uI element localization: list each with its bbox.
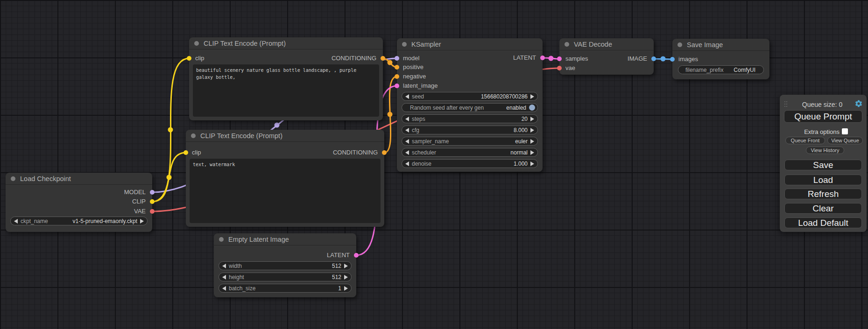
extra-options-checkbox[interactable]	[842, 128, 848, 134]
clip-input-port[interactable]	[187, 56, 191, 61]
node-load-checkpoint[interactable]: Load Checkpoint MODEL CLIP VAE ckpt_name…	[6, 173, 152, 232]
graph-canvas[interactable]: Load Checkpoint MODEL CLIP VAE ckpt_name…	[0, 0, 868, 329]
widget-label: height	[229, 274, 244, 280]
decrement-arrow-icon[interactable]	[405, 117, 409, 121]
filename-prefix-widget[interactable]: filename_prefix ComfyUI	[678, 65, 764, 74]
widget-label: cfg	[412, 127, 419, 133]
node-save-image[interactable]: Save Image images filename_prefix ComfyU…	[672, 39, 769, 79]
collapse-dot-icon[interactable]	[11, 176, 15, 181]
positive-input-port[interactable]	[395, 65, 399, 70]
decrement-arrow-icon[interactable]	[222, 275, 226, 280]
load-button[interactable]: Load	[784, 175, 862, 185]
refresh-button[interactable]: Refresh	[784, 189, 862, 199]
height-widget[interactable]: height 512	[219, 273, 352, 281]
samples-input-port[interactable]	[557, 56, 562, 61]
decrement-arrow-icon[interactable]	[405, 94, 409, 99]
node-title-bar[interactable]: Load Checkpoint	[6, 173, 152, 185]
cfg-widget[interactable]: cfg 8.000	[402, 126, 538, 134]
collapse-dot-icon[interactable]	[194, 41, 199, 46]
vae-output-port[interactable]	[150, 209, 155, 214]
widget-value: ComfyUI	[734, 67, 755, 73]
output-label-latent: LATENT	[513, 55, 536, 61]
collapse-dot-icon[interactable]	[677, 42, 682, 47]
collapse-dot-icon[interactable]	[402, 42, 407, 47]
drag-handle-icon[interactable]	[784, 101, 788, 108]
increment-arrow-icon[interactable]	[530, 128, 534, 133]
node-title-bar[interactable]: CLIP Text Encode (Prompt)	[186, 130, 384, 142]
prompt-text-area[interactable]: beautiful scenery nature glass bottle la…	[193, 64, 379, 117]
settings-gear-icon[interactable]	[854, 99, 863, 108]
images-input-port[interactable]	[670, 57, 675, 62]
node-title-bar[interactable]: Save Image	[672, 39, 769, 51]
decrement-arrow-icon[interactable]	[405, 128, 409, 133]
input-label-model: model	[403, 55, 419, 62]
widget-label: seed	[412, 93, 424, 100]
node-title-bar[interactable]: CLIP Text Encode (Prompt)	[189, 37, 383, 49]
view-history-button[interactable]: View History	[806, 147, 844, 154]
increment-arrow-icon[interactable]	[530, 117, 534, 121]
increment-arrow-icon[interactable]	[530, 150, 534, 155]
increment-arrow-icon[interactable]	[530, 94, 534, 99]
node-clip-text-encode-positive[interactable]: CLIP Text Encode (Prompt) clip CONDITION…	[189, 37, 383, 120]
node-empty-latent-image[interactable]: Empty Latent Image LATENT width 512 heig…	[214, 233, 356, 297]
random-seed-toggle-widget[interactable]: Random seed after every gen enabled	[402, 103, 538, 112]
save-button[interactable]: Save	[784, 160, 862, 170]
clip-input-port[interactable]	[183, 150, 188, 155]
latent-output-port[interactable]	[354, 253, 359, 258]
decrement-arrow-icon[interactable]	[405, 150, 409, 155]
widget-value: 8.000	[514, 127, 528, 133]
node-vae-decode[interactable]: VAE Decode samples vae IMAGE	[559, 38, 654, 75]
node-title-bar[interactable]: KSampler	[397, 38, 543, 50]
collapse-dot-icon[interactable]	[565, 42, 569, 47]
increment-arrow-icon[interactable]	[344, 264, 348, 268]
collapse-dot-icon[interactable]	[191, 133, 196, 138]
input-label-samples: samples	[565, 56, 588, 62]
decrement-arrow-icon[interactable]	[14, 219, 18, 224]
queue-front-button[interactable]: Queue Front	[785, 137, 825, 144]
node-clip-text-encode-negative[interactable]: CLIP Text Encode (Prompt) clip CONDITION…	[186, 130, 384, 227]
conditioning-output-port[interactable]	[382, 150, 387, 155]
vae-input-port[interactable]	[557, 66, 562, 70]
model-input-port[interactable]	[395, 56, 399, 61]
seed-widget[interactable]: seed 156680208700286	[402, 92, 538, 101]
collapse-dot-icon[interactable]	[219, 237, 224, 242]
decrement-arrow-icon[interactable]	[405, 139, 409, 144]
load-default-button[interactable]: Load Default	[784, 217, 862, 228]
latent-output-port[interactable]	[540, 56, 545, 60]
view-queue-button[interactable]: View Queue	[827, 137, 863, 144]
clip-output-port[interactable]	[150, 199, 155, 204]
increment-arrow-icon[interactable]	[530, 139, 534, 144]
node-title: VAE Decode	[574, 41, 612, 48]
widget-label: batch_size	[229, 285, 255, 292]
conditioning-output-port[interactable]	[381, 56, 385, 61]
node-title: CLIP Text Encode (Prompt)	[204, 40, 286, 47]
image-output-port[interactable]	[651, 56, 656, 61]
toggle-dot-icon[interactable]	[529, 105, 535, 111]
width-widget[interactable]: width 512	[219, 261, 352, 270]
ckpt-name-widget[interactable]: ckpt_name v1-5-pruned-emaonly.ckpt	[10, 217, 148, 225]
denoise-widget[interactable]: denoise 1.000	[402, 159, 538, 168]
increment-arrow-icon[interactable]	[140, 219, 144, 224]
clear-button[interactable]: Clear	[784, 203, 862, 214]
node-title-bar[interactable]: Empty Latent Image	[214, 233, 356, 245]
widget-value: 1.000	[514, 161, 528, 167]
queue-prompt-button[interactable]: Queue Prompt	[784, 110, 862, 123]
model-output-port[interactable]	[150, 190, 155, 195]
widget-value: 20	[522, 116, 528, 122]
batch-size-widget[interactable]: batch_size 1	[219, 284, 352, 293]
decrement-arrow-icon[interactable]	[222, 286, 226, 291]
node-title-bar[interactable]: VAE Decode	[559, 38, 654, 50]
latent-image-input-port[interactable]	[395, 84, 399, 88]
decrement-arrow-icon[interactable]	[222, 264, 226, 268]
node-ksampler[interactable]: KSampler model positive negative latent_…	[397, 38, 543, 172]
negative-input-port[interactable]	[395, 74, 399, 79]
increment-arrow-icon[interactable]	[344, 286, 348, 291]
steps-widget[interactable]: steps 20	[402, 114, 538, 123]
sampler-name-widget[interactable]: sampler_name euler	[402, 137, 538, 146]
increment-arrow-icon[interactable]	[344, 275, 348, 280]
scheduler-widget[interactable]: scheduler normal	[402, 148, 538, 157]
prompt-text-area[interactable]: text, watermark	[190, 159, 381, 223]
input-label-clip: clip	[192, 149, 201, 156]
decrement-arrow-icon[interactable]	[405, 161, 409, 166]
increment-arrow-icon[interactable]	[530, 161, 534, 166]
